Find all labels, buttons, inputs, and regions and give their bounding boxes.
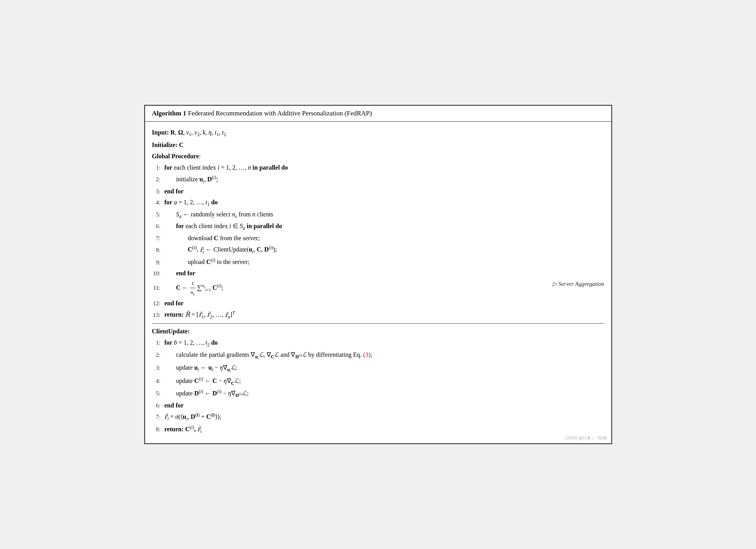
cu-line-content-3: update ui ← ui − η∇uiℒ; bbox=[165, 362, 604, 375]
line-num-5: 5: bbox=[152, 210, 165, 220]
table-row: 1: for b = 1, 2, …, t2 do bbox=[152, 337, 604, 349]
initialize-content: C bbox=[179, 142, 184, 148]
global-label: Global Procedure bbox=[152, 153, 199, 159]
table-row: 5: update D(i) ← D(i) − η∇D(i)ℒ; bbox=[152, 388, 604, 400]
table-row: 12: end for bbox=[152, 298, 604, 309]
line-num-7: 7: bbox=[152, 234, 165, 244]
input-line: Input: R, Ω, v1, v2, k, η, t1, t2 bbox=[152, 127, 604, 139]
line-num-1: 1: bbox=[152, 163, 165, 173]
line-content-9: upload C(i) to the server; bbox=[165, 256, 604, 267]
table-row: 4: update C(i) ← C − η∇Cℒ; bbox=[152, 375, 604, 387]
table-row: 8: return: C(i), r̂i bbox=[152, 423, 604, 436]
line-num-8: 8: bbox=[152, 245, 165, 255]
line-content-6: for each client index i ∈ Sa in parallel… bbox=[165, 221, 604, 232]
table-row: 9: upload C(i) to the server; bbox=[152, 256, 604, 267]
table-row: 5: Sa ← randomly select ns from n client… bbox=[152, 209, 604, 221]
cu-line-num-3: 3: bbox=[152, 363, 165, 373]
table-row: 3: end for bbox=[152, 186, 604, 197]
line-content-11: C ← 1 ns ∑nsi=1 C(i); ▷ Server Aggregati… bbox=[165, 279, 604, 298]
line-content-13: return: R̂ = [r̂1, r̂2, …, r̂n]T bbox=[165, 309, 604, 321]
input-section: Input: R, Ω, v1, v2, k, η, t1, t2 Initia… bbox=[152, 127, 604, 161]
cu-line-num-4: 4: bbox=[152, 376, 165, 386]
line-num-9: 9: bbox=[152, 258, 165, 268]
cu-line-content-4: update C(i) ← C − η∇Cℒ; bbox=[165, 375, 604, 387]
table-row: 2: initialize ui, D(i); bbox=[152, 174, 604, 186]
algorithm-label: Algorithm 1 bbox=[152, 110, 186, 117]
table-row: 3: update ui ← ui − η∇uiℒ; bbox=[152, 362, 604, 375]
table-row: 2: calculate the partial gradients ∇uiℒ,… bbox=[152, 349, 604, 362]
cu-line-content-1: for b = 1, 2, …, t2 do bbox=[165, 337, 604, 349]
cu-line-content-6: end for bbox=[165, 400, 604, 411]
line-num-13: 13: bbox=[152, 310, 165, 321]
table-row: 7: r̂i = σ(⟨ui, D(i) + C(i)⟩); bbox=[152, 411, 604, 423]
table-row: 8: C(i), r̂i ← ClientUpdate(ui, C, D(i))… bbox=[152, 244, 604, 256]
line-content-2: initialize ui, D(i); bbox=[165, 174, 604, 186]
table-row: 11: C ← 1 ns ∑nsi=1 C(i); ▷ Server Aggre… bbox=[152, 279, 604, 298]
table-row: 10: end for bbox=[152, 268, 604, 279]
input-content: R, Ω, v1, v2, k, η, t1, t2 bbox=[170, 129, 226, 136]
algorithm-body: Input: R, Ω, v1, v2, k, η, t1, t2 Initia… bbox=[145, 122, 611, 443]
global-lines-section: 1: for each client index i = 1, 2, …, n … bbox=[152, 162, 604, 321]
algorithm-header: Algorithm 1 Federated Recommendation wit… bbox=[145, 106, 611, 122]
line-num-12: 12: bbox=[152, 299, 165, 309]
client-update-label: ClientUpdate: bbox=[152, 326, 604, 336]
line-content-3: end for bbox=[165, 186, 604, 197]
initialize-label: Initialize: bbox=[152, 142, 178, 148]
cu-line-num-7: 7: bbox=[152, 412, 165, 422]
cu-line-content-7: r̂i = σ(⟨ui, D(i) + C(i)⟩); bbox=[165, 411, 604, 423]
line-num-6: 6: bbox=[152, 221, 165, 232]
cu-line-num-2: 2: bbox=[152, 350, 165, 360]
global-procedure-line: Global Procedure: bbox=[152, 151, 604, 161]
table-row: 6: end for bbox=[152, 400, 604, 411]
section-divider bbox=[152, 323, 604, 324]
cu-line-num-8: 8: bbox=[152, 425, 165, 435]
line-num-4: 4: bbox=[152, 198, 165, 208]
cu-line-num-6: 6: bbox=[152, 401, 165, 411]
eq-ref-3[interactable]: (3) bbox=[363, 351, 371, 358]
cu-line-content-2: calculate the partial gradients ∇uiℒ, ∇C… bbox=[165, 349, 604, 362]
table-row: 7: download C from the server; bbox=[152, 233, 604, 244]
initialize-line: Initialize: C bbox=[152, 140, 604, 150]
table-row: 1: for each client index i = 1, 2, …, n … bbox=[152, 162, 604, 173]
table-row: 4: for a = 1, 2, …, t1 do bbox=[152, 197, 604, 209]
global-colon: : bbox=[199, 153, 200, 159]
cu-line-content-8: return: C(i), r̂i bbox=[165, 423, 604, 436]
cu-line-content-5: update D(i) ← D(i) − η∇D(i)ℒ; bbox=[165, 388, 604, 400]
algorithm-container: Algorithm 1 Federated Recommendation wit… bbox=[144, 105, 612, 444]
line-content-4: for a = 1, 2, …, t1 do bbox=[165, 197, 604, 209]
watermark: CSDN @行者△ ^煜楣 bbox=[565, 435, 607, 441]
line-num-2: 2: bbox=[152, 175, 165, 185]
table-row: 6: for each client index i ∈ Sa in paral… bbox=[152, 221, 604, 232]
cu-line-num-1: 1: bbox=[152, 338, 165, 348]
line-content-7: download C from the server; bbox=[165, 233, 604, 243]
cu-line-num-5: 5: bbox=[152, 389, 165, 399]
algorithm-title-desc: Federated Recommendation with Additive P… bbox=[188, 110, 372, 117]
line-content-1: for each client index i = 1, 2, …, n in … bbox=[165, 162, 604, 173]
line-content-10: end for bbox=[165, 268, 604, 278]
line-num-3: 3: bbox=[152, 187, 165, 197]
input-label: Input: bbox=[152, 129, 169, 136]
table-row: 13: return: R̂ = [r̂1, r̂2, …, r̂n]T bbox=[152, 309, 604, 321]
line-content-8: C(i), r̂i ← ClientUpdate(ui, C, D(i)); bbox=[165, 244, 604, 256]
line-content-12: end for bbox=[165, 298, 604, 308]
line-num-11: 11: bbox=[152, 283, 165, 293]
line-content-5: Sa ← randomly select ns from n clients bbox=[165, 209, 604, 221]
line-num-10: 10: bbox=[152, 269, 165, 279]
client-lines-section: 1: for b = 1, 2, …, t2 do 2: calculate t… bbox=[152, 337, 604, 435]
server-aggregation-comment: ▷ Server Aggregation bbox=[552, 279, 604, 289]
